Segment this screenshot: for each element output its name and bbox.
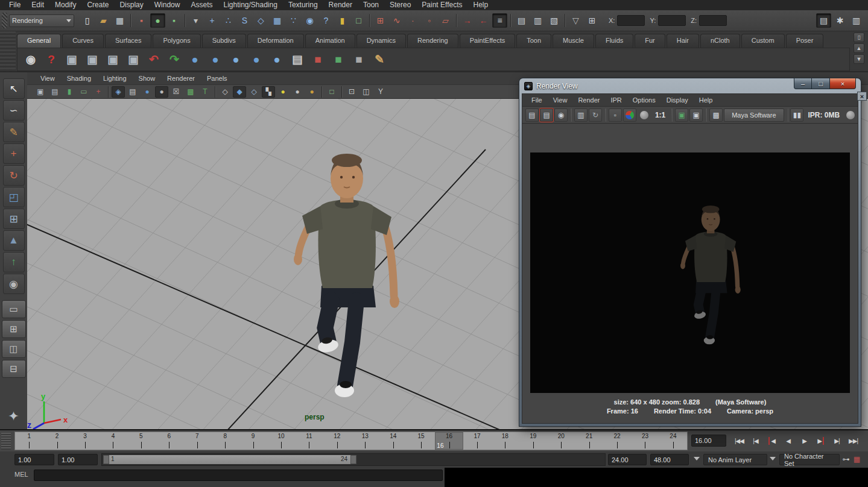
- shelf-scroll-down-icon[interactable]: ▼: [854, 54, 864, 64]
- paint-brush-icon[interactable]: ✎: [370, 50, 389, 69]
- input-connections-icon[interactable]: →: [460, 13, 475, 28]
- shelf-tab[interactable]: Surfaces: [105, 34, 151, 48]
- mask-rendering-icon[interactable]: ◉: [302, 13, 317, 28]
- animation-preferences-icon[interactable]: ▦: [852, 454, 862, 465]
- image-plane-icon[interactable]: ▭: [77, 86, 90, 98]
- mask-deformations-icon[interactable]: ▦: [270, 13, 285, 28]
- panel-menu-item[interactable]: View: [34, 74, 61, 84]
- menu-item[interactable]: Render: [323, 0, 358, 10]
- shading-node-icon-a[interactable]: ●: [206, 50, 225, 69]
- shelf-tab[interactable]: General: [17, 34, 61, 48]
- menu-item[interactable]: Create: [81, 0, 114, 10]
- current-time-input[interactable]: [691, 435, 726, 447]
- channel-box-toggle[interactable]: ▥: [849, 13, 864, 28]
- snap-plane-icon[interactable]: ▱: [438, 13, 453, 28]
- timeline-frame[interactable]: 21: [575, 432, 603, 450]
- shading-node-icon-c[interactable]: ●: [247, 50, 266, 69]
- render-view-menu-item[interactable]: Options: [627, 95, 661, 105]
- object-select-gray-icon[interactable]: ■: [349, 50, 369, 69]
- select-object-icon[interactable]: ●: [150, 13, 165, 28]
- timeline-frame[interactable]: 4: [99, 432, 127, 450]
- absolute-mode-icon[interactable]: ⊞: [584, 13, 600, 28]
- snapshot-icon[interactable]: ◉: [554, 108, 568, 122]
- render-view-menu-item[interactable]: IPR: [605, 95, 627, 105]
- timeline-frame[interactable]: 8: [211, 432, 239, 450]
- shelf-tab[interactable]: Animation: [305, 34, 355, 48]
- rotate-tool[interactable]: ↻: [3, 165, 25, 186]
- close-button[interactable]: ×: [829, 78, 856, 89]
- all-lights-icon[interactable]: ◆: [233, 86, 246, 98]
- layout-outliner-pane[interactable]: ◫: [2, 340, 26, 358]
- flat-shade-icon[interactable]: ●: [155, 86, 168, 98]
- layout-four-pane[interactable]: ⊞: [2, 320, 26, 338]
- step-back-frame-button[interactable]: ◀: [764, 433, 780, 448]
- camera-select-icon[interactable]: ▣: [34, 86, 47, 98]
- y-coord-input[interactable]: [658, 15, 686, 26]
- bookmark-icon[interactable]: ▮: [63, 86, 76, 98]
- shelf-tab[interactable]: Toon: [516, 34, 551, 48]
- render-view-menu-item[interactable]: Render: [572, 95, 605, 105]
- show-manipulator-tool[interactable]: ↑: [3, 252, 25, 272]
- timeline-frame[interactable]: 16 16: [435, 432, 463, 450]
- render-view-menu-item[interactable]: Display: [661, 95, 694, 105]
- shelf-trash-icon[interactable]: ▯: [854, 33, 864, 42]
- layout-single-pane[interactable]: ▭: [2, 300, 26, 318]
- mask-all-icon[interactable]: +: [204, 13, 220, 28]
- timeline-frame[interactable]: 24: [659, 432, 687, 450]
- character-set-dropdown-icon[interactable]: [770, 457, 776, 460]
- construction-history-icon[interactable]: ≡: [492, 13, 507, 28]
- last-tool-used[interactable]: ◉: [3, 274, 25, 294]
- minimize-button[interactable]: –: [794, 78, 812, 89]
- output-connections-icon[interactable]: ←: [476, 13, 491, 28]
- shelf-tab[interactable]: Fluids: [595, 34, 633, 48]
- remove-image-icon[interactable]: ▣: [689, 108, 703, 122]
- rendered-image[interactable]: [530, 152, 850, 393]
- timeline-frame[interactable]: 7: [183, 432, 211, 450]
- z-coord-input[interactable]: [699, 15, 727, 26]
- new-scene-icon[interactable]: ▯: [80, 13, 95, 28]
- camera-fly-icon[interactable]: ▣: [124, 50, 143, 69]
- attribute-editor-toggle[interactable]: ▤: [816, 13, 831, 28]
- camera-dolly-icon[interactable]: ▣: [103, 50, 122, 69]
- scale-tool[interactable]: ◰: [3, 187, 25, 207]
- wireframe-icon[interactable]: ☒: [169, 86, 183, 98]
- snap-curve-icon[interactable]: ∿: [389, 13, 404, 28]
- refresh-ipr-icon[interactable]: ↻: [589, 108, 602, 122]
- render-current-frame-icon[interactable]: ▤: [514, 13, 529, 28]
- panel-menu-item[interactable]: Shading: [61, 74, 97, 84]
- snap-projected-icon[interactable]: ◦: [422, 13, 437, 28]
- snap-point-icon[interactable]: ∙: [405, 13, 420, 28]
- panel-menu-item[interactable]: Lighting: [97, 74, 133, 84]
- timeline-frame[interactable]: 14: [379, 432, 407, 450]
- mask-misc-icon[interactable]: ?: [318, 13, 334, 28]
- shelf-tab[interactable]: Custom: [741, 34, 785, 48]
- lock-selection-icon[interactable]: ▮: [335, 13, 350, 28]
- film-gate-icon[interactable]: ▤: [126, 86, 139, 98]
- animation-end-input[interactable]: [650, 454, 689, 465]
- shading-node-icon-d[interactable]: ●: [267, 50, 287, 69]
- render-view-menu-item[interactable]: View: [548, 95, 573, 105]
- light-yellow-icon[interactable]: ●: [276, 86, 290, 98]
- play-forwards-button[interactable]: ▶: [796, 433, 813, 448]
- select-component-icon[interactable]: ▪: [166, 13, 182, 28]
- anim-layer-selector[interactable]: No Anim Layer: [703, 454, 767, 465]
- object-select-red-icon[interactable]: ■: [308, 50, 328, 69]
- play-backwards-button[interactable]: ◀: [780, 433, 796, 448]
- panel-menu-item[interactable]: Renderer: [161, 74, 201, 84]
- menu-item[interactable]: Lighting/Shading: [218, 0, 282, 10]
- previous-key-button[interactable]: |◀: [747, 433, 764, 448]
- shelf-tab[interactable]: nCloth: [700, 34, 740, 48]
- zoom-one-to-one-button[interactable]: 1:1: [652, 108, 668, 122]
- soft-modification-tool[interactable]: ▲: [3, 230, 25, 251]
- render-view-menu-item[interactable]: Help: [694, 95, 718, 105]
- help-icon[interactable]: ?: [42, 50, 61, 69]
- menu-item[interactable]: Assets: [185, 0, 218, 10]
- timeline-frame[interactable]: 18: [491, 432, 519, 450]
- panel-menu-item[interactable]: Show: [133, 74, 162, 84]
- shelf-tab[interactable]: Curves: [62, 34, 104, 48]
- shelf-tab[interactable]: Rendering: [407, 34, 458, 48]
- timeline-frame[interactable]: 5: [127, 432, 155, 450]
- menu-item[interactable]: Display: [114, 0, 148, 10]
- universal-manipulator-tool[interactable]: ⊞: [3, 209, 25, 229]
- shelf-tab[interactable]: PaintEffects: [460, 34, 516, 48]
